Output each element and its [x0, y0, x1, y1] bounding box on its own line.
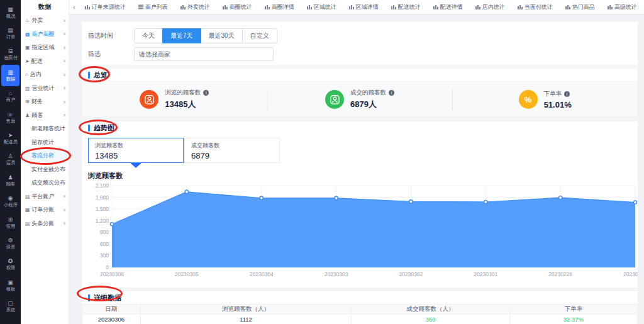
- tab-label: 外卖统计: [187, 3, 210, 11]
- time-range-button-最近7天[interactable]: 最近7天: [162, 28, 201, 43]
- sidebar-item-配送[interactable]: ➤配送∨: [21, 55, 69, 69]
- rail-item-权限[interactable]: ✪权限: [0, 254, 21, 275]
- sidebar-item-指定区域[interactable]: ▣指定区域∨: [21, 41, 69, 55]
- sidebar-item-店内[interactable]: ⌂店内∨: [21, 68, 69, 82]
- sidebar-subitem-新老顾客统计[interactable]: 新老顾客统计: [21, 122, 69, 136]
- time-range-button-最近30天[interactable]: 最近30天: [201, 28, 243, 43]
- metric-card-value: 13485: [95, 151, 177, 160]
- metric-card-浏览顾客数[interactable]: 浏览顾客数13485: [88, 138, 184, 163]
- sidebar-item-财务[interactable]: ⊞财务∨: [21, 95, 69, 109]
- rail-item-订单[interactable]: ▤订单: [0, 23, 21, 43]
- svg-text:1,500: 1,500: [96, 206, 109, 212]
- rail-item-当面付[interactable]: ⊟当面付: [0, 44, 21, 65]
- rail-item-售后[interactable]: ☏售后: [0, 107, 21, 128]
- bar-chart-icon: [433, 4, 438, 9]
- metric-card-成交顾客数[interactable]: 成交顾客数6879: [184, 138, 280, 163]
- rail-item-系统[interactable]: ▢系统: [0, 296, 21, 316]
- tab-配送详情[interactable]: 配送详情: [430, 1, 466, 13]
- info-icon[interactable]: i: [203, 90, 209, 96]
- info-icon[interactable]: i: [564, 91, 570, 97]
- table-cell: 360: [352, 315, 510, 324]
- stat-label: 下单率i: [544, 90, 572, 98]
- svg-text:600: 600: [100, 241, 109, 247]
- tab-label: 热门商品: [572, 3, 595, 11]
- rail-item-数据[interactable]: ▥数据: [1, 65, 19, 86]
- rail-item-店员[interactable]: ♙店员: [0, 149, 21, 170]
- finance-icon: ⊞: [25, 99, 30, 104]
- tab-当面付统计[interactable]: 当面付统计: [514, 1, 556, 13]
- rail-item-label: 系统: [6, 308, 15, 313]
- tab-订单来源统计[interactable]: 订单来源统计: [82, 1, 129, 13]
- sidebar-item-label: 财务: [31, 98, 43, 106]
- tab-label: 配送详情: [440, 3, 463, 11]
- svg-text:300: 300: [100, 252, 109, 259]
- rail-item-label: 订单: [6, 34, 15, 39]
- time-range-button-自定义[interactable]: 自定义: [242, 28, 277, 43]
- trend-chart: 2,1001,8001,5001,20090060030002023030620…: [82, 182, 638, 288]
- column-header-成交顾客数（人）: 成交顾客数（人）: [352, 304, 510, 315]
- chevron-icon: ∨: [63, 18, 66, 23]
- rail-item-概况[interactable]: ▦概况: [0, 2, 21, 23]
- data-icon: ▥: [8, 69, 13, 75]
- sidebar-item-营业统计[interactable]: ▥营业统计∨: [21, 82, 69, 96]
- tab-区域统计[interactable]: 区域统计: [304, 1, 340, 13]
- sidebar-item-label: 商户商圈: [32, 30, 55, 38]
- rail-item-label: 当面付: [3, 55, 17, 60]
- tab-商圈统计[interactable]: 商圈统计: [219, 1, 255, 13]
- sidebar-subitem-留存统计[interactable]: 留存统计: [21, 136, 69, 150]
- sidebar-subitem-成交频次分布[interactable]: 成交频次分布: [21, 176, 69, 190]
- tab-label: 商圈详情: [272, 3, 294, 11]
- info-icon[interactable]: i: [389, 90, 394, 96]
- sidebar-item-头条分账[interactable]: ▤头条分账∨: [21, 217, 69, 231]
- tab-label: 商户列表: [145, 3, 168, 11]
- table-row: 20230306111236032.37%: [82, 315, 638, 324]
- tab-label: 商圈统计: [230, 3, 252, 11]
- miniapp-icon: ◉: [8, 195, 13, 201]
- sidebar-item-订单分账[interactable]: ▦订单分账∨: [21, 203, 69, 217]
- tab-区域详情[interactable]: 区域详情: [346, 1, 382, 13]
- sidebar-item-label: 平台账户: [32, 193, 55, 201]
- svg-text:20230304: 20230304: [250, 271, 274, 277]
- rail-item-小程序[interactable]: ◉小程序: [0, 191, 21, 212]
- metric-card-wrap: 成交顾客数6879: [184, 138, 280, 168]
- area-chart-svg[interactable]: 2,1001,8001,5001,20090060030002023030620…: [88, 182, 638, 288]
- content-card: 筛选时间 今天最近7天最近30天自定义 筛选 总览 浏览的顾客数i13485人成…: [82, 22, 638, 324]
- toutiao-split-icon: ▤: [25, 221, 30, 226]
- tab-高级统计[interactable]: 高级统计: [604, 1, 640, 13]
- rail-item-配送员[interactable]: ➤配送员: [0, 128, 21, 148]
- rail-item-应用[interactable]: ⊞应用: [0, 212, 21, 233]
- rail-item-商户[interactable]: ⌂商户: [0, 86, 21, 107]
- rail-item-label: 商户: [6, 98, 15, 103]
- tab-商圈详情[interactable]: 商圈详情: [262, 1, 297, 13]
- bar-chart-icon: [565, 4, 570, 9]
- tab-店内统计[interactable]: 店内统计: [472, 1, 508, 13]
- rail-item-设置[interactable]: ⚙设置: [0, 233, 21, 254]
- tab-热门商品[interactable]: 热门商品: [562, 1, 598, 13]
- svg-text:1,200: 1,200: [96, 218, 109, 224]
- time-range-button-今天[interactable]: 今天: [134, 28, 163, 43]
- sidebar-item-label: 顾客: [31, 111, 43, 120]
- district-icon: ▩: [25, 31, 30, 37]
- sidebar-item-外卖[interactable]: ♨外卖∨: [21, 14, 69, 28]
- sidebar-item-顾客[interactable]: ♟顾客∧: [21, 109, 69, 123]
- sidebar-item-商户商圈[interactable]: ▩商户商圈∨: [21, 28, 69, 42]
- rail-item-模板[interactable]: ▣模板: [0, 275, 21, 296]
- tab-商户列表[interactable]: 商户列表: [135, 1, 171, 13]
- sidebar-subitem-客流分析[interactable]: 客流分析: [21, 149, 69, 163]
- sidebar-menu: ♨外卖∨▩商户商圈∨▣指定区域∨➤配送∨⌂店内∨▥营业统计∨⊞财务∨♟顾客∧新老…: [21, 14, 69, 230]
- overview-section-header: 总览: [82, 69, 638, 81]
- tab-配送统计[interactable]: 配送统计: [388, 1, 424, 13]
- section-accent-bar: [88, 125, 90, 131]
- chevron-icon: ∨: [63, 72, 66, 77]
- stat-value: 6879人: [350, 99, 394, 110]
- svg-text:20230302: 20230302: [399, 271, 423, 277]
- tabs-back-chevron-icon[interactable]: ‹: [73, 3, 75, 11]
- tab-外卖统计[interactable]: 外卖统计: [177, 1, 213, 13]
- sidebar-item-平台账户[interactable]: ▤平台账户∨: [21, 190, 69, 204]
- rail-item-顾客[interactable]: ♟顾客: [0, 170, 21, 191]
- bar-chart-icon: [391, 4, 396, 9]
- svg-text:20230306: 20230306: [100, 271, 124, 277]
- sidebar-subitem-实付金额分布[interactable]: 实付金额分布: [21, 163, 69, 177]
- merchant-select-input[interactable]: [134, 47, 274, 61]
- chevron-icon: ∨: [63, 59, 66, 64]
